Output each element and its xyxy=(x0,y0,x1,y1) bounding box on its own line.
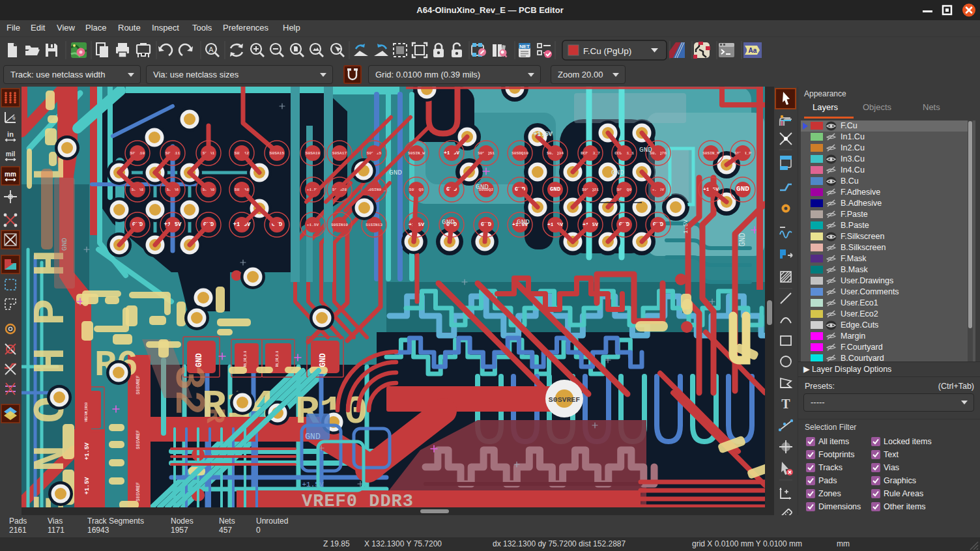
svg-text:mil: mil xyxy=(6,150,16,158)
svg-text:F.Cu (PgUp): F.Cu (PgUp) xyxy=(583,46,631,56)
svg-text:GND: GND xyxy=(319,353,328,367)
svg-text:GND: GND xyxy=(195,353,204,367)
svg-text:P: P xyxy=(26,299,76,326)
svg-text:+1.5V: +1.5V xyxy=(307,223,319,227)
svg-text:VREF0M_DR10: VREF0M_DR10 xyxy=(85,403,88,422)
svg-text:GND: GND xyxy=(736,185,749,193)
svg-text:θ: θ xyxy=(12,115,16,121)
svg-text:S0SA19: S0SA19 xyxy=(306,151,321,156)
svg-text:GND: GND xyxy=(61,238,68,251)
svg-text:GND: GND xyxy=(738,233,747,247)
svg-text:1.5V: 1.5V xyxy=(683,219,689,234)
svg-text:VREF0 DDR3: VREF0 DDR3 xyxy=(302,492,414,507)
svg-text:S0SDQ10: S0SDQ10 xyxy=(512,151,528,156)
svg-text:T: T xyxy=(781,397,790,411)
svg-text:GND: GND xyxy=(611,169,624,177)
svg-text:A: A xyxy=(209,46,214,53)
svg-text:S0SVREF: S0SVREF xyxy=(549,395,580,404)
svg-text:S0SVREF: S0SVREF xyxy=(136,482,141,501)
svg-text:S0SVREF: S0SVREF xyxy=(136,430,141,449)
svg-text:+1.5V: +1.5V xyxy=(533,131,553,138)
svg-text:H: H xyxy=(26,348,76,374)
svg-text:GND: GND xyxy=(517,218,530,226)
svg-text:S0SA17: S0SA17 xyxy=(332,151,347,156)
svg-text:mm: mm xyxy=(5,171,16,178)
svg-text:GND: GND xyxy=(639,146,652,154)
svg-text:GND: GND xyxy=(389,169,402,177)
svg-text:+1.5V: +1.5V xyxy=(84,442,91,460)
svg-text:in: in xyxy=(7,130,14,138)
svg-text:S0SIN10: S0SIN10 xyxy=(331,223,348,227)
svg-text:NET: NET xyxy=(519,44,530,49)
svg-text:GND: GND xyxy=(550,186,561,193)
svg-text:S0SIN_M: S0SIN_M xyxy=(702,151,719,156)
svg-text:GND: GND xyxy=(476,183,489,191)
svg-text:R6_DR_0.8: R6_DR_0.8 xyxy=(276,351,279,367)
svg-text:GND: GND xyxy=(305,432,321,442)
svg-text:S0SA15: S0SA15 xyxy=(270,151,285,156)
svg-text:Aa: Aa xyxy=(749,47,757,54)
svg-text:+1.5V: +1.5V xyxy=(84,477,91,495)
svg-text:GND: GND xyxy=(442,218,455,226)
svg-text:32: 32 xyxy=(164,365,211,416)
svg-text:S0SVREF: S0SVREF xyxy=(136,375,141,394)
svg-text:S0SIN_W: S0SIN_W xyxy=(408,151,425,156)
svg-text:S1SIN13: S1SIN13 xyxy=(366,223,382,227)
svg-text:R6_DR_0.8: R6_DR_0.8 xyxy=(244,351,247,367)
